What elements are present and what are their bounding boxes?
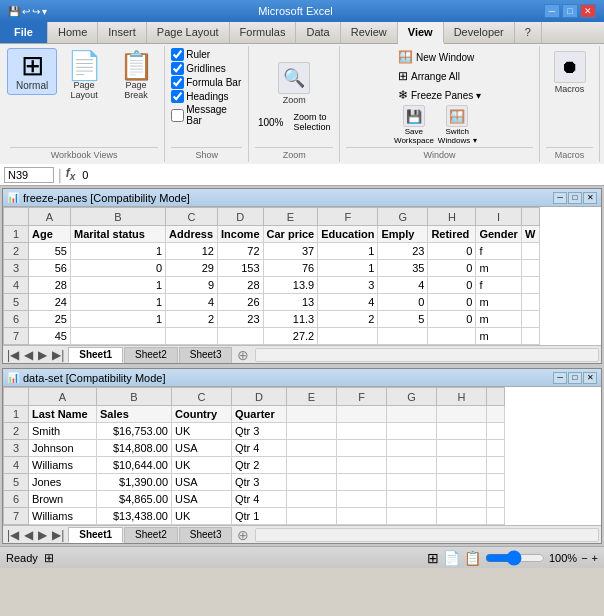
ds-cell-5-F[interactable] — [337, 474, 387, 491]
ds-cell-7-B[interactable]: $13,438.00 — [97, 508, 172, 525]
cell-3-H[interactable]: 0 — [428, 260, 476, 277]
ds-cell-3-G[interactable] — [387, 440, 437, 457]
col-A-header[interactable]: A — [29, 208, 71, 226]
cell-4-G[interactable]: 4 — [378, 277, 428, 294]
col-D-header[interactable]: D — [218, 208, 264, 226]
ds-cell-7-I[interactable] — [487, 508, 505, 525]
ds-cell-4-A[interactable]: Williams — [29, 457, 97, 474]
sheet1-tab[interactable]: Sheet1 — [68, 347, 123, 363]
ds-cell-7-D[interactable]: Qtr 1 — [232, 508, 287, 525]
col2-D-header[interactable]: D — [232, 388, 287, 406]
cell-5-I[interactable]: m — [476, 294, 522, 311]
ds-cell-6-D[interactable]: Qtr 4 — [232, 491, 287, 508]
cell-6-C[interactable]: 2 — [166, 311, 218, 328]
ds-cell-7-E[interactable] — [287, 508, 337, 525]
ds-sheet1-tab[interactable]: Sheet1 — [68, 527, 123, 543]
formula-bar-checkbox[interactable] — [171, 76, 184, 89]
ds-cell-6-F[interactable] — [337, 491, 387, 508]
ds-cell-6-I[interactable] — [487, 491, 505, 508]
ds-cell-2-G[interactable] — [387, 423, 437, 440]
zoom-slider[interactable] — [485, 550, 545, 566]
data-set-minimize[interactable]: ─ — [553, 372, 567, 384]
data-set-grid[interactable]: A B C D E F G H 1 — [3, 387, 601, 525]
cell-6-H[interactable]: 0 — [428, 311, 476, 328]
headings-checkbox[interactable] — [171, 90, 184, 103]
cell-5-H[interactable]: 0 — [428, 294, 476, 311]
switch-windows-button[interactable]: 🪟 SwitchWindows ▾ — [438, 105, 477, 145]
cell-reference-input[interactable] — [4, 167, 54, 183]
cell-2-J[interactable] — [521, 243, 539, 260]
message-bar-checkbox[interactable] — [171, 109, 184, 122]
new-window-button[interactable]: 🪟 New Window — [394, 48, 478, 66]
ds-add-sheet-button[interactable]: ⊕ — [233, 527, 253, 543]
ds-cell-3-A[interactable]: Johnson — [29, 440, 97, 457]
ds-cell-2-F[interactable] — [337, 423, 387, 440]
formula-input[interactable] — [79, 168, 600, 182]
cell-3-A[interactable]: 56 — [29, 260, 71, 277]
cell-4-D[interactable]: 28 — [218, 277, 264, 294]
col-G-header[interactable]: G — [378, 208, 428, 226]
cell-7-E[interactable]: 27.2 — [263, 328, 318, 345]
cell-4-E[interactable]: 13.9 — [263, 277, 318, 294]
cell-2-F[interactable]: 1 — [318, 243, 378, 260]
tab-help[interactable]: ? — [515, 22, 542, 43]
cell-3-E[interactable]: 76 — [263, 260, 318, 277]
ds-cell-4-C[interactable]: UK — [172, 457, 232, 474]
sheet-nav-first[interactable]: |◀ — [5, 348, 21, 362]
tab-view[interactable]: View — [398, 22, 444, 44]
ds-cell-5-A[interactable]: Jones — [29, 474, 97, 491]
view-normal-icon[interactable]: ⊞ — [427, 550, 439, 566]
ds-cell-1-D[interactable]: Quarter — [232, 406, 287, 423]
ds-cell-3-H[interactable] — [437, 440, 487, 457]
col-I-header[interactable]: I — [476, 208, 522, 226]
cell-3-G[interactable]: 35 — [378, 260, 428, 277]
ds-cell-5-H[interactable] — [437, 474, 487, 491]
cell-1-E[interactable]: Car price — [263, 226, 318, 243]
close-button[interactable]: ✕ — [580, 4, 596, 18]
col-F-header[interactable]: F — [318, 208, 378, 226]
message-bar-checkbox-label[interactable]: Message Bar — [171, 104, 242, 126]
cell-1-A[interactable]: Age — [29, 226, 71, 243]
view-break-icon[interactable]: 📋 — [464, 550, 481, 566]
cell-7-B[interactable] — [71, 328, 166, 345]
cell-6-F[interactable]: 2 — [318, 311, 378, 328]
cell-1-F[interactable]: Education — [318, 226, 378, 243]
ds-cell-4-I[interactable] — [487, 457, 505, 474]
ds-cell-1-A[interactable]: Last Name — [29, 406, 97, 423]
ds-cell-2-I[interactable] — [487, 423, 505, 440]
normal-view-button[interactable]: ⊞ Normal — [7, 48, 57, 95]
save-workspace-button[interactable]: 💾 SaveWorkspace — [394, 105, 434, 145]
ds-cell-2-B[interactable]: $16,753.00 — [97, 423, 172, 440]
cell-6-J[interactable] — [521, 311, 539, 328]
ds-cell-4-D[interactable]: Qtr 2 — [232, 457, 287, 474]
tab-home[interactable]: Home — [48, 22, 98, 43]
cell-1-I[interactable]: Gender — [476, 226, 522, 243]
col2-G-header[interactable]: G — [387, 388, 437, 406]
freeze-panes-button[interactable]: ❄ Freeze Panes ▾ — [394, 86, 485, 104]
tab-developer[interactable]: Developer — [444, 22, 515, 43]
tab-file[interactable]: File — [0, 22, 48, 43]
ds-cell-7-F[interactable] — [337, 508, 387, 525]
sheet2-tab[interactable]: Sheet2 — [124, 347, 178, 363]
cell-6-B[interactable]: 1 — [71, 311, 166, 328]
col-B-header[interactable]: B — [71, 208, 166, 226]
col2-C-header[interactable]: C — [172, 388, 232, 406]
cell-7-A[interactable]: 45 — [29, 328, 71, 345]
cell-4-B[interactable]: 1 — [71, 277, 166, 294]
cell-2-B[interactable]: 1 — [71, 243, 166, 260]
ds-cell-1-G[interactable] — [387, 406, 437, 423]
add-sheet-button[interactable]: ⊕ — [233, 347, 253, 363]
ds-cell-1-I[interactable] — [487, 406, 505, 423]
ruler-checkbox-label[interactable]: Ruler — [171, 48, 242, 61]
ds-cell-6-C[interactable]: USA — [172, 491, 232, 508]
ds-cell-7-G[interactable] — [387, 508, 437, 525]
cell-5-D[interactable]: 26 — [218, 294, 264, 311]
ds-cell-2-C[interactable]: UK — [172, 423, 232, 440]
tab-data[interactable]: Data — [296, 22, 340, 43]
sheet-nav-prev[interactable]: ◀ — [22, 348, 35, 362]
ds-cell-1-F[interactable] — [337, 406, 387, 423]
cell-3-D[interactable]: 153 — [218, 260, 264, 277]
cell-3-B[interactable]: 0 — [71, 260, 166, 277]
arrange-all-button[interactable]: ⊞ Arrange All — [394, 67, 464, 85]
cell-7-J[interactable] — [521, 328, 539, 345]
